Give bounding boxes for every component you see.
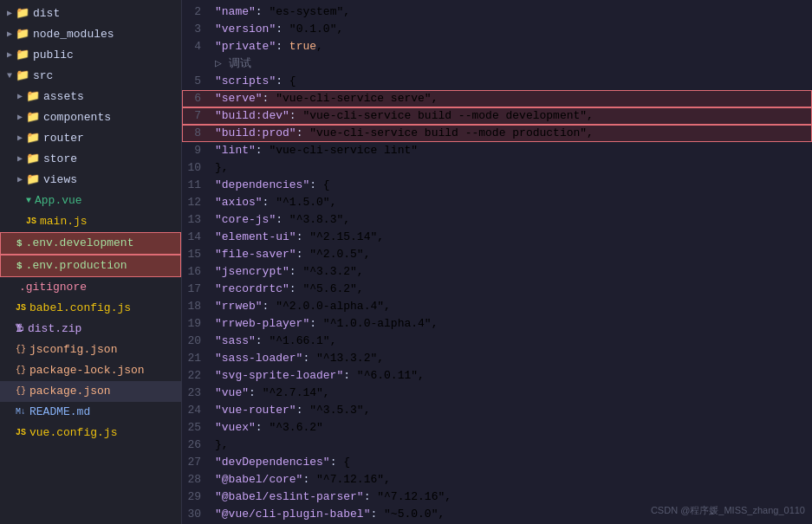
sidebar-item-label: babel.config.js: [29, 300, 178, 317]
sidebar-item-App.vue[interactable]: ▼ App.vue: [0, 191, 181, 211]
folder-icon: 📁: [26, 171, 40, 189]
sidebar-item-package-lock.json[interactable]: {} package-lock.json: [0, 360, 181, 381]
line-content: "scripts": {: [211, 73, 812, 90]
code-line: 29 "@babel/eslint-parser": "^7.12.16",: [182, 488, 812, 506]
sidebar-item-label: package-lock.json: [29, 362, 178, 379]
line-content: "recordrtc": "^5.6.2",: [211, 281, 812, 298]
code-line: 23 "vue": "^2.7.14",: [182, 385, 812, 402]
folder-icon: 📁: [16, 5, 29, 23]
sidebar-item-label: node_modules: [33, 26, 178, 43]
line-number: 4: [182, 38, 211, 55]
sidebar-item-label: public: [33, 47, 178, 64]
line-number: 20: [182, 333, 211, 350]
line-content: "name": "es-system",: [211, 3, 812, 21]
folder-icon: 📁: [16, 26, 29, 43]
code-line: 7 "build:dev": "vue-cli-service build --…: [182, 107, 812, 125]
code-line: 16 "jsencrypt": "^3.3.2",: [182, 263, 812, 281]
sidebar-item-label: store: [43, 151, 178, 168]
sidebar-item-assets[interactable]: ▶ 📁 assets: [0, 87, 181, 107]
code-line: 13 "core-js": "^3.8.3",: [182, 211, 812, 229]
line-number: 23: [182, 385, 211, 402]
sidebar-item-dist[interactable]: ▶ 📁 dist: [0, 3, 181, 24]
line-content: "rrweb": "^2.0.0-alpha.4",: [211, 298, 812, 315]
line-content: "vue-router": "^3.5.3",: [211, 402, 812, 419]
line-number: 16: [182, 263, 211, 281]
sidebar-item-store[interactable]: ▶ 📁 store: [0, 149, 181, 170]
line-number: 10: [182, 159, 211, 177]
sidebar-item-label: jsconfig.json: [29, 341, 178, 359]
chevron-icon: ▶: [14, 109, 26, 126]
sidebar-item-vue.config.js[interactable]: JS vue.config.js: [0, 423, 181, 443]
code-line: 5 "scripts": {: [182, 73, 812, 90]
sidebar-item-.env.production[interactable]: $ .env.production: [0, 255, 181, 277]
chevron-icon: ▶: [14, 151, 26, 168]
sidebar-item-main.js[interactable]: JS main.js: [0, 211, 181, 232]
sidebar-item-label: router: [43, 130, 178, 147]
code-line: 8 "build:prod": "vue-cli-service build -…: [182, 125, 812, 142]
code-line: 6 "serve": "vue-cli-service serve",: [182, 90, 812, 107]
sidebar-item-src[interactable]: ▼ 📁 src: [0, 66, 181, 87]
sidebar-item-public[interactable]: ▶ 📁 public: [0, 45, 181, 66]
sidebar-item-jsconfig.json[interactable]: {} jsconfig.json: [0, 340, 181, 360]
chevron-icon: ▶: [3, 47, 16, 64]
line-content: },: [211, 437, 812, 454]
line-number: 12: [182, 194, 211, 211]
sidebar-item-label: main.js: [40, 213, 178, 230]
code-line: 11 "dependencies": {: [182, 177, 812, 194]
code-line: 12 "axios": "^1.5.0",: [182, 194, 812, 211]
sidebar-item-label: vue.config.js: [29, 424, 178, 442]
folder-icon: 📁: [26, 88, 40, 106]
sidebar-item-label: .gitignore: [19, 279, 178, 296]
line-number: 5: [182, 73, 211, 90]
sidebar-item-node_modules[interactable]: ▶ 📁 node_modules: [0, 24, 181, 45]
sidebar-item-dist.zip[interactable]: 🗜 dist.zip: [0, 319, 181, 340]
sidebar-item-label: assets: [43, 88, 178, 106]
sidebar-item-views[interactable]: ▶ 📁 views: [0, 170, 181, 191]
line-content: },: [211, 159, 812, 177]
line-content: "version": "0.1.0",: [211, 21, 812, 38]
line-content: "@vue/cli-plugin-babel": "~5.0.0",: [211, 506, 812, 523]
code-line: 25 "vuex": "^3.6.2": [182, 419, 812, 437]
code-line: 26 },: [182, 437, 812, 454]
line-content: "@babel/eslint-parser": "^7.12.16",: [211, 488, 812, 506]
code-line: 19 "rrweb-player": "^1.0.0-alpha.4",: [182, 315, 812, 333]
line-number: 27: [182, 454, 211, 471]
line-number: 3: [182, 21, 211, 38]
line-content: "jsencrypt": "^3.3.2",: [211, 263, 812, 281]
code-line: 17 "recordrtc": "^5.6.2",: [182, 281, 812, 298]
sidebar-item-router[interactable]: ▶ 📁 router: [0, 128, 181, 149]
code-line: 18 "rrweb": "^2.0.0-alpha.4",: [182, 298, 812, 315]
line-number: 15: [182, 246, 211, 263]
line-content: "sass": "^1.66.1",: [211, 333, 812, 350]
line-number: 14: [182, 229, 211, 246]
code-line: 2 "name": "es-system",: [182, 3, 812, 21]
sidebar-item-.gitignore[interactable]: .gitignore: [0, 277, 181, 298]
code-line: 14 "element-ui": "^2.15.14",: [182, 229, 812, 246]
line-number: 24: [182, 402, 211, 419]
line-number: 29: [182, 488, 211, 506]
line-number: 17: [182, 281, 211, 298]
sidebar-item-babel.config.js[interactable]: JS babel.config.js: [0, 298, 181, 319]
code-line: 27 "devDependencies": {: [182, 454, 812, 471]
line-content: "file-saver": "^2.0.5",: [211, 246, 812, 263]
sidebar-item-label: dist.zip: [28, 320, 178, 338]
line-content: "element-ui": "^2.15.14",: [211, 229, 812, 246]
code-line: ▷ 调试: [182, 55, 812, 73]
line-content: "build:prod": "vue-cli-service build --m…: [211, 125, 812, 142]
code-line: 3 "version": "0.1.0",: [182, 21, 812, 38]
line-number: 2: [182, 3, 211, 21]
sidebar-item-.env.development[interactable]: $ .env.development: [0, 232, 181, 255]
line-content: "devDependencies": {: [211, 454, 812, 471]
line-number: 7: [182, 107, 211, 125]
line-content: "sass-loader": "^13.3.2",: [211, 350, 812, 367]
chevron-icon: ▶: [14, 171, 26, 189]
sidebar-item-package.json[interactable]: {} package.json: [0, 381, 181, 402]
sidebar-item-README.md[interactable]: M↓ README.md: [0, 402, 181, 423]
sidebar-item-components[interactable]: ▶ 📁 components: [0, 107, 181, 128]
sidebar-item-label: App.vue: [35, 192, 178, 210]
folder-icon: 📁: [26, 151, 40, 168]
line-number: 25: [182, 419, 211, 437]
sidebar-item-label: components: [43, 109, 178, 126]
line-content: "axios": "^1.5.0",: [211, 194, 812, 211]
chevron-icon: ▼: [3, 68, 16, 85]
